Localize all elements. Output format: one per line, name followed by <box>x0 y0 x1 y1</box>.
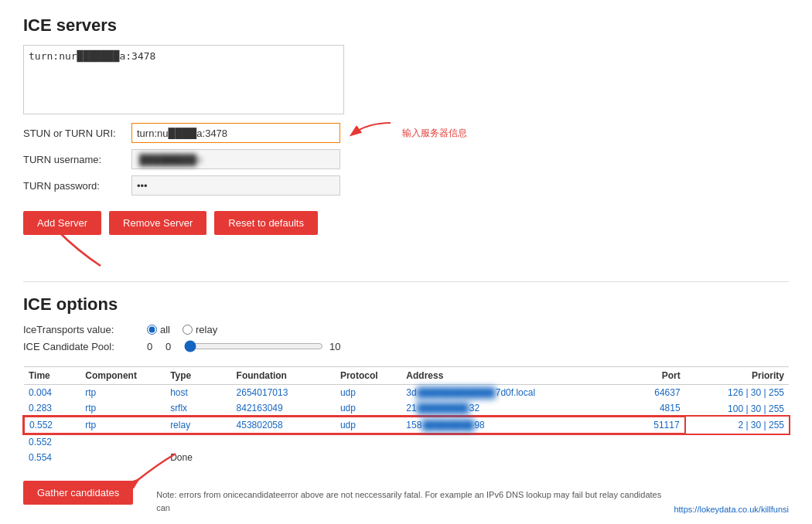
cell-time: 0.552 <box>24 417 80 434</box>
cell-protocol <box>336 450 401 465</box>
table-body: 0.004 rtp host 2654017013 udp 3d████████… <box>24 385 789 466</box>
ice-servers-section: ICE servers turn:nur███████a:3478 STUN o… <box>23 15 789 235</box>
cell-time: 0.554 <box>24 450 80 465</box>
cell-priority <box>685 450 789 465</box>
stun-uri-input[interactable] <box>131 123 340 143</box>
cell-component: rtp <box>80 400 165 417</box>
turn-username-input[interactable] <box>131 149 340 169</box>
radio-all-text: all <box>160 324 170 335</box>
ice-transports-radio-group: all relay <box>147 324 217 335</box>
cell-protocol: udp <box>336 385 401 401</box>
ice-options-title: ICE options <box>23 294 789 315</box>
annotation-text: 输入服务器信息 <box>402 127 467 140</box>
radio-relay-text: relay <box>196 324 217 335</box>
cell-address <box>401 434 609 450</box>
th-address: Address <box>401 367 609 385</box>
cell-type <box>165 434 231 450</box>
th-component: Component <box>80 367 165 385</box>
cell-foundation: 453802058 <box>232 417 336 434</box>
remove-server-button[interactable]: Remove Server <box>109 211 206 235</box>
gather-section: Gather candidates Note: errors from onic… <box>23 481 789 514</box>
cell-type: srflx <box>165 400 231 417</box>
cell-foundation <box>232 450 336 465</box>
ice-pool-slider-group: 0 0 10 <box>147 340 342 352</box>
radio-all[interactable] <box>147 325 157 335</box>
cell-address: 21████████32 <box>401 400 609 417</box>
cell-time: 0.004 <box>24 385 80 401</box>
cell-protocol: udp <box>336 400 401 417</box>
cell-component <box>80 450 165 465</box>
cell-type: Done <box>165 450 231 465</box>
cell-time: 0.552 <box>24 434 80 450</box>
cell-component: rtp <box>80 385 165 401</box>
pool-min-value: 0 <box>147 341 159 352</box>
note-section: Note: errors from onicecandidateerror ab… <box>156 481 789 514</box>
turn-username-label: TURN username: <box>23 154 131 165</box>
turn-password-input[interactable] <box>131 175 340 196</box>
cell-priority: 100 | 30 | 255 <box>685 400 789 417</box>
table-row: 0.554 Done <box>24 450 789 465</box>
ice-servers-title: ICE servers <box>23 15 789 36</box>
cell-component <box>80 434 165 450</box>
cell-type: host <box>165 385 231 401</box>
ice-transports-label: IceTransports value: <box>23 324 147 335</box>
cell-priority: 2 | 30 | 255 <box>685 417 789 434</box>
cell-priority: 126 | 30 | 255 <box>685 385 789 401</box>
ice-pool-row: ICE Candidate Pool: 0 0 10 <box>23 340 789 352</box>
stun-uri-label: STUN or TURN URI: <box>23 128 131 139</box>
th-protocol: Protocol <box>336 367 401 385</box>
table-row-relay: 0.552 rtp relay 453802058 udp 158███████… <box>24 417 789 434</box>
server-list-textarea[interactable]: turn:nur███████a:3478 <box>23 45 344 114</box>
cell-port <box>609 450 685 465</box>
note-text: Note: errors from onicecandidateerror ab… <box>156 488 666 514</box>
th-foundation: Foundation <box>232 367 336 385</box>
pool-current-value: 0 <box>165 341 178 352</box>
th-priority: Priority <box>685 367 789 385</box>
gather-btn-wrapper: Gather candidates <box>23 481 133 505</box>
cell-foundation <box>232 434 336 450</box>
cell-foundation: 2654017013 <box>232 385 336 401</box>
reset-defaults-button[interactable]: Reset to defaults <box>214 211 318 235</box>
table-header: Time Component Type Foundation Protocol … <box>24 367 789 385</box>
cell-port <box>609 434 685 450</box>
gather-candidates-button[interactable]: Gather candidates <box>23 481 133 505</box>
table-row: 0.004 rtp host 2654017013 udp 3d████████… <box>24 385 789 401</box>
cell-time: 0.283 <box>24 400 80 417</box>
note-link[interactable]: https://lokeydata.co.uk/killfunsi <box>674 505 789 514</box>
ice-pool-label: ICE Candidate Pool: <box>23 341 147 352</box>
cell-address: 158████████98 <box>401 417 609 434</box>
candidates-table: Time Component Type Foundation Protocol … <box>23 366 789 465</box>
add-server-button[interactable]: Add Server <box>23 211 101 235</box>
table-row: 0.283 rtp srflx 842163049 udp 21████████… <box>24 400 789 417</box>
cell-address: 3d████████████7d0f.local <box>401 385 609 401</box>
turn-username-row: TURN username: ████████n <box>23 149 789 169</box>
cell-address <box>401 450 609 465</box>
turn-password-row: TURN password: <box>23 175 789 196</box>
pool-max-value: 10 <box>329 341 342 352</box>
cell-protocol <box>336 434 401 450</box>
cell-type: relay <box>165 417 231 434</box>
stun-uri-input-wrapper <box>131 123 340 143</box>
th-port: Port <box>609 367 685 385</box>
divider-1 <box>23 281 789 282</box>
radio-all-label[interactable]: all <box>147 324 170 335</box>
cell-foundation: 842163049 <box>232 400 336 417</box>
ice-options-section: ICE options IceTransports value: all rel… <box>23 294 789 352</box>
turn-password-label: TURN password: <box>23 180 131 192</box>
ice-transports-row: IceTransports value: all relay <box>23 324 789 335</box>
cell-priority <box>685 434 789 450</box>
buttons-row: Add Server Remove Server Reset to defaul… <box>23 211 789 235</box>
th-time: Time <box>24 367 80 385</box>
cell-component: rtp <box>80 417 165 434</box>
radio-relay[interactable] <box>183 325 193 335</box>
cell-port: 64637 <box>609 385 685 401</box>
cell-protocol: udp <box>336 417 401 434</box>
stun-uri-row: STUN or TURN URI: 输入服务器信息 <box>23 123 789 143</box>
cell-port: 51117 <box>609 417 685 434</box>
arrow-annotation-1 <box>344 119 394 146</box>
radio-relay-label[interactable]: relay <box>183 324 217 335</box>
th-type: Type <box>165 367 231 385</box>
cell-port: 4815 <box>609 400 685 417</box>
table-row: 0.552 <box>24 434 789 450</box>
pool-slider[interactable] <box>184 340 323 352</box>
